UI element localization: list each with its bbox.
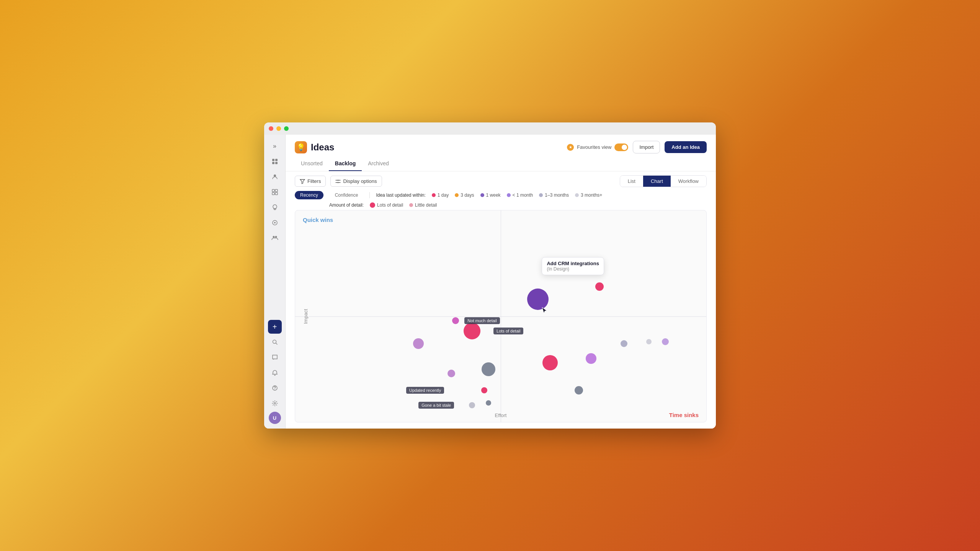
legend-3days: 3 days [455,192,474,198]
svg-rect-0 [272,159,274,161]
tab-unsorted[interactable]: Unsorted [295,156,329,171]
sub-tabs-legend: Recency Confidence Idea last updated wit… [286,191,716,210]
legend-1month: < 1 month [507,192,533,198]
filters-button[interactable]: Filters [295,176,326,187]
not-much-detail-tag: Not much detail [464,317,500,324]
svg-rect-8 [275,192,278,195]
display-options-button[interactable]: Display options [330,176,382,187]
display-options-icon [335,179,341,184]
sidebar-users-icon[interactable] [268,170,282,184]
1week-label: 1 week [486,192,501,198]
bubble-b9[interactable] [448,370,455,377]
bubble-b3[interactable] [452,317,459,324]
bubble-b16[interactable] [486,400,491,406]
tab-backlog[interactable]: Backlog [329,156,362,171]
toolbar-left: Filters Display options [295,176,382,187]
chart-view-button[interactable]: Chart [643,176,671,187]
svg-rect-6 [275,189,278,192]
avatar[interactable]: U [269,412,281,424]
toolbar: Filters Display options List Chart Workf… [286,171,716,191]
svg-rect-5 [272,189,274,192]
minimize-button[interactable] [276,126,281,131]
list-view-button[interactable]: List [620,176,643,187]
divider [369,192,370,198]
crm-tooltip-subtitle: (In Design) [547,266,599,272]
page-icon: 💡 [295,141,307,153]
bubble-b11[interactable] [542,355,558,370]
bubble-b6[interactable] [621,340,627,347]
bubble-b1[interactable] [413,338,424,349]
add-button-icon[interactable]: + [268,320,282,334]
crm-tooltip-title: Add CRM integrations [547,261,599,266]
close-button[interactable] [269,126,273,131]
favourites-icon: ★ [567,144,574,151]
main-content: 💡 Ideas ★ Favourites view Import Add an … [286,135,716,429]
1month-label: < 1 month [513,192,533,198]
svg-point-12 [275,236,277,238]
page-title: Ideas [311,142,334,153]
legend-3months-plus: 3 months+ [575,192,602,198]
sub-tab-recency[interactable]: Recency [295,191,323,199]
detail-legend-label: Amount of detail: [329,202,364,208]
search-icon[interactable] [268,335,282,349]
recency-legend: Recency Confidence Idea last updated wit… [295,191,707,199]
svg-point-4 [274,174,276,177]
1month-dot [507,193,511,197]
tab-archived[interactable]: Archived [362,156,395,171]
sidebar-collapse-icon[interactable]: » [268,139,282,153]
3days-dot [455,193,459,197]
chat-icon[interactable] [268,350,282,364]
legend-3months: 1–3 months [539,192,569,198]
sidebar-team-icon[interactable] [268,231,282,245]
bubble-b5[interactable] [595,282,604,291]
recency-legend-label: Idea last updated within: [376,192,425,198]
workflow-view-button[interactable]: Workflow [671,176,706,187]
bubble-b4[interactable] [527,289,549,310]
import-button[interactable]: Import [633,141,660,153]
detail-legend: Amount of detail: Lots of detail Little … [329,202,707,208]
sidebar-apps-icon[interactable] [268,185,282,199]
bubble-b7[interactable] [646,339,652,344]
add-idea-button[interactable]: Add an Idea [665,141,707,153]
sidebar-analytics-icon[interactable] [268,216,282,230]
svg-point-18 [338,182,339,183]
crm-tooltip: Add CRM integrations (In Design) [542,257,604,275]
notifications-icon[interactable] [268,366,282,380]
3months-dot [539,193,543,197]
gone-bit-stale-tag: Gone a bit stale [418,402,454,409]
svg-rect-7 [272,192,274,195]
display-options-label: Display options [343,178,377,184]
svg-point-15 [274,389,275,390]
bubble-b15[interactable] [469,402,475,408]
filter-icon [300,179,305,184]
updated-recently-tag: Updated recently [406,387,444,394]
bubble-b8[interactable] [662,338,669,345]
bubble-b13[interactable] [575,386,583,395]
filters-label: Filters [307,178,321,184]
topbar-actions: ★ Favourites view Import Add an Idea [567,141,707,153]
help-icon[interactable] [268,381,282,395]
maximize-button[interactable] [284,126,289,131]
bubble-b12[interactable] [586,353,596,364]
sub-tab-confidence[interactable]: Confidence [330,191,364,199]
little-detail-label: Little detail [415,202,437,208]
svg-rect-3 [275,162,278,164]
vertical-divider [501,210,501,422]
svg-rect-2 [272,162,274,164]
sidebar-ideas-icon[interactable] [268,201,282,214]
chart-area: Impact Quick wins Effort Time sinks Not … [295,210,707,422]
sidebar-dashboard-icon[interactable] [268,155,282,168]
bubble-b2[interactable] [464,323,480,339]
favourites-toggle[interactable] [614,143,628,151]
legend-little-detail: Little detail [409,202,437,208]
bubble-b10[interactable] [482,362,495,376]
bubble-b14[interactable] [481,387,487,393]
settings-icon[interactable] [268,396,282,410]
3months-plus-dot [575,193,579,197]
lots-detail-label: Lots of detail [377,202,403,208]
sidebar: » + [264,135,286,429]
3months-label: 1–3 months [545,192,569,198]
1day-dot [432,193,436,197]
legend-1day: 1 day [432,192,449,198]
3months-plus-label: 3 months+ [581,192,602,198]
